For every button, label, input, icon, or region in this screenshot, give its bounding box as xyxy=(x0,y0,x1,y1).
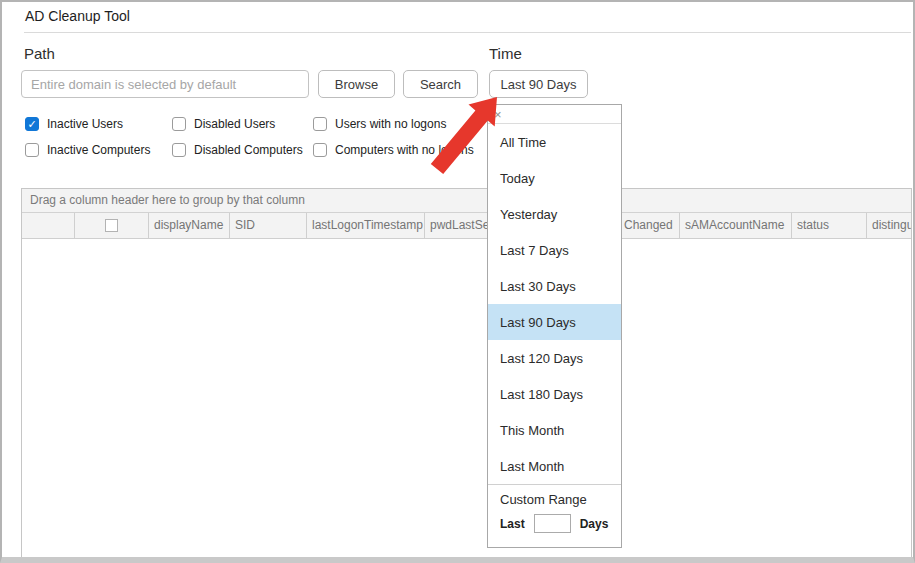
grid-header-row: displayName SID lastLogonTimestamp pwdLa… xyxy=(22,213,911,239)
column-header-distinguishedname[interactable]: distinguis xyxy=(866,213,911,238)
column-header-lastlogontimestamp[interactable]: lastLogonTimestamp xyxy=(306,213,424,238)
group-by-panel[interactable]: Drag a column header here to group by th… xyxy=(22,189,911,213)
time-range-dropdown: × All Time Today Yesterday Last 7 Days L… xyxy=(487,104,622,548)
menu-item-last-7-days[interactable]: Last 7 Days xyxy=(488,232,621,268)
results-grid: Drag a column header here to group by th… xyxy=(21,188,912,557)
app-title: AD Cleanup Tool xyxy=(25,8,130,24)
menu-item-last-180-days[interactable]: Last 180 Days xyxy=(488,376,621,412)
time-section-label: Time xyxy=(489,45,522,62)
checkbox-box: ✓ xyxy=(172,143,186,157)
checkbox-computers-no-logons[interactable]: ✓ Computers with no logons xyxy=(313,142,474,158)
close-icon[interactable]: × xyxy=(494,108,502,121)
dropdown-items: All Time Today Yesterday Last 7 Days Las… xyxy=(488,124,621,484)
checkbox-box: ✓ xyxy=(313,143,327,157)
menu-item-all-time[interactable]: All Time xyxy=(488,124,621,160)
custom-range-suffix: Days xyxy=(580,517,609,531)
group-by-panel-text: Drag a column header here to group by th… xyxy=(30,193,305,207)
select-all-checkbox[interactable] xyxy=(105,219,118,232)
column-header-samaccountname[interactable]: sAMAccountName xyxy=(679,213,791,238)
menu-item-last-month[interactable]: Last Month xyxy=(488,448,621,484)
custom-range-prefix: Last xyxy=(500,517,525,531)
time-range-button[interactable]: Last 90 Days xyxy=(489,70,588,98)
checkbox-box: ✓ xyxy=(25,143,39,157)
path-section-label: Path xyxy=(24,45,55,62)
menu-item-yesterday[interactable]: Yesterday xyxy=(488,196,621,232)
custom-range-title: Custom Range xyxy=(488,492,621,507)
checkbox-users-no-logons[interactable]: ✓ Users with no logons xyxy=(313,116,446,132)
menu-item-this-month[interactable]: This Month xyxy=(488,412,621,448)
checkbox-label: Inactive Users xyxy=(47,117,123,131)
checkbox-label: Computers with no logons xyxy=(335,143,474,157)
column-header-status[interactable]: status xyxy=(791,213,866,238)
column-select-all[interactable] xyxy=(74,213,148,238)
menu-item-last-120-days[interactable]: Last 120 Days xyxy=(488,340,621,376)
column-header-displayname[interactable]: displayName xyxy=(148,213,229,238)
custom-range-row: Last Days xyxy=(488,514,621,533)
dropdown-close-row: × xyxy=(488,105,621,124)
column-header-sid[interactable]: SID xyxy=(229,213,306,238)
custom-range-days-input[interactable] xyxy=(534,514,571,533)
menu-item-last-30-days[interactable]: Last 30 Days xyxy=(488,268,621,304)
checkbox-label: Inactive Computers xyxy=(47,143,150,157)
column-header-changed[interactable]: Changed xyxy=(618,213,679,238)
checkbox-disabled-computers[interactable]: ✓ Disabled Computers xyxy=(172,142,303,158)
checkbox-disabled-users[interactable]: ✓ Disabled Users xyxy=(172,116,275,132)
checkbox-box: ✓ xyxy=(172,117,186,131)
checkbox-label: Users with no logons xyxy=(335,117,446,131)
grid-body xyxy=(22,239,911,557)
menu-item-last-90-days[interactable]: Last 90 Days xyxy=(488,304,621,340)
checkbox-box: ✓ xyxy=(25,117,39,131)
menu-item-today[interactable]: Today xyxy=(488,160,621,196)
path-input[interactable] xyxy=(21,70,309,98)
checkbox-box: ✓ xyxy=(313,117,327,131)
checkbox-inactive-users[interactable]: ✓ Inactive Users xyxy=(25,116,123,132)
custom-range-section: Custom Range Last Days xyxy=(488,484,621,533)
column-row-indicator xyxy=(22,213,74,238)
search-button[interactable]: Search xyxy=(403,70,478,98)
check-icon: ✓ xyxy=(27,119,36,130)
checkbox-label: Disabled Users xyxy=(194,117,275,131)
title-divider xyxy=(24,32,911,33)
checkbox-inactive-computers[interactable]: ✓ Inactive Computers xyxy=(25,142,150,158)
checkbox-label: Disabled Computers xyxy=(194,143,303,157)
browse-button[interactable]: Browse xyxy=(318,70,395,98)
